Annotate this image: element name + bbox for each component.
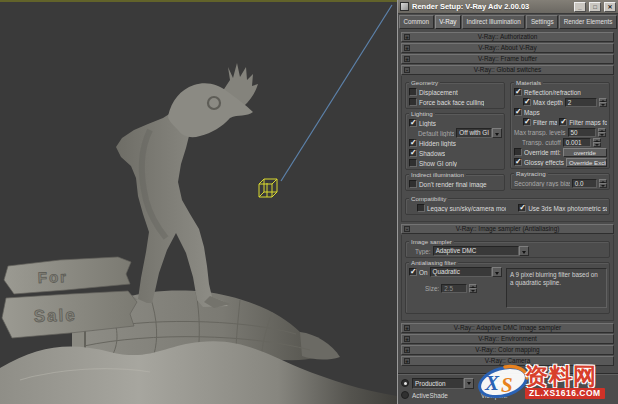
rollout-adaptive-dmc[interactable]: + V-Ray:: Adaptive DMC image sampler bbox=[401, 323, 614, 333]
chevron-down-icon[interactable] bbox=[519, 246, 529, 256]
screenshot-root: For Sale Render Setup: V-Ray Adv 2.00.03… bbox=[0, 0, 618, 404]
production-selector[interactable]: Production bbox=[412, 378, 474, 389]
secondary-rays-bias-field[interactable]: 0.0 bbox=[572, 179, 597, 188]
reflection-refraction-row[interactable]: Reflection/refraction bbox=[514, 87, 607, 97]
expand-icon[interactable]: + bbox=[404, 56, 410, 62]
spinner-down-button[interactable] bbox=[599, 183, 607, 188]
raytracing-group: Raytracing Secondary rays bias 0.0 bbox=[510, 173, 610, 190]
expand-icon[interactable]: + bbox=[404, 45, 410, 51]
expand-icon[interactable]: + bbox=[404, 325, 410, 331]
rollout-global-switches[interactable]: - V-Ray:: Global switches bbox=[401, 65, 614, 75]
maps-checkbox[interactable] bbox=[514, 108, 522, 116]
max-depth-row[interactable]: Max depth 2 bbox=[514, 97, 607, 107]
image-sampler-group: Image sampler Type: Adaptive DMC bbox=[405, 241, 610, 258]
chevron-down-icon[interactable] bbox=[492, 267, 502, 277]
rollout-title: V-Ray:: Global switches bbox=[474, 66, 541, 73]
close-button[interactable]: ✕ bbox=[604, 2, 616, 12]
sampler-type-row: Type: Adaptive DMC bbox=[409, 246, 607, 256]
glossy-effects-row[interactable]: Glossy effects Override Exclude... bbox=[514, 157, 607, 167]
tab-vray[interactable]: V-Ray bbox=[435, 15, 461, 29]
image-sampler-body: Image sampler Type: Adaptive DMC Antiali… bbox=[401, 235, 614, 321]
compatibility-group: Compatibility Legacy sun/sky/camera mode… bbox=[405, 198, 610, 215]
gs-left-column: Geometry Displacement Force back face cu… bbox=[404, 78, 506, 194]
max-transp-field[interactable]: 50 bbox=[568, 128, 596, 137]
reflection-refraction-checkbox[interactable] bbox=[514, 88, 522, 96]
displacement-row[interactable]: Displacement bbox=[409, 87, 502, 97]
expand-icon[interactable]: + bbox=[404, 358, 410, 364]
override-mtl-checkbox[interactable] bbox=[514, 148, 522, 156]
spinner-down-button[interactable] bbox=[469, 288, 477, 293]
checkbox-label: Filter maps bbox=[533, 119, 557, 126]
sampler-type-dropdown[interactable]: Adaptive DMC bbox=[433, 246, 529, 256]
show-gi-only-checkbox[interactable] bbox=[409, 159, 417, 167]
spinner-down-button[interactable] bbox=[593, 142, 601, 147]
max-depth-field[interactable]: 2 bbox=[565, 98, 597, 107]
dialog-titlebar[interactable]: Render Setup: V-Ray Adv 2.00.03 _ □ ✕ bbox=[398, 0, 618, 14]
force-back-face-checkbox[interactable] bbox=[409, 98, 417, 106]
filter-description: A 9 pixel blurring filter based on a qua… bbox=[506, 268, 607, 308]
rollout-title: V-Ray:: About V-Ray bbox=[478, 44, 536, 51]
sign-text-line1: For bbox=[38, 268, 69, 286]
shadows-checkbox[interactable] bbox=[409, 149, 417, 157]
checkbox-label: Displacement bbox=[419, 89, 458, 96]
tab-settings[interactable]: Settings bbox=[526, 15, 558, 29]
legacy-sun-sky-checkbox[interactable] bbox=[417, 204, 425, 212]
tab-indirect-illumination[interactable]: Indirect Illumination bbox=[462, 15, 525, 29]
shadows-row[interactable]: Shadows bbox=[409, 148, 502, 158]
override-mtl-button[interactable]: override bbox=[563, 148, 607, 157]
tab-render-elements[interactable]: Render Elements bbox=[559, 15, 617, 29]
spinner-down-button[interactable] bbox=[598, 132, 606, 137]
filter-type-dropdown[interactable]: Quadratic bbox=[430, 267, 502, 277]
checkbox-label: Don't render final image bbox=[419, 181, 487, 188]
activeshade-radio[interactable] bbox=[401, 391, 409, 399]
filter-on-checkbox[interactable] bbox=[409, 268, 417, 276]
hidden-lights-row[interactable]: Hidden lights bbox=[409, 138, 502, 148]
filter-maps-row[interactable]: Filter maps Filter maps for GI bbox=[514, 117, 607, 127]
production-radio[interactable] bbox=[401, 379, 409, 387]
override-exclude-button[interactable]: Override Exclude... bbox=[566, 158, 607, 167]
minimize-button[interactable]: _ bbox=[574, 2, 586, 12]
collapse-icon[interactable]: - bbox=[404, 67, 410, 73]
spinner-down-button[interactable] bbox=[599, 102, 607, 107]
tab-common[interactable]: Common bbox=[399, 15, 434, 29]
override-mtl-row[interactable]: Override mtl: override bbox=[514, 147, 607, 157]
filter-maps-gi-checkbox[interactable] bbox=[559, 118, 567, 126]
default-lights-dropdown[interactable]: Off with GI bbox=[456, 128, 502, 138]
maximize-button[interactable]: □ bbox=[589, 2, 601, 12]
glossy-effects-checkbox[interactable] bbox=[514, 158, 522, 166]
checkbox-label: Shadows bbox=[419, 150, 445, 157]
filter-maps-checkbox[interactable] bbox=[523, 118, 531, 126]
rollout-authorization[interactable]: + V-Ray:: Authorization bbox=[401, 32, 614, 42]
max-depth-checkbox[interactable] bbox=[523, 98, 531, 106]
dialog-tabs: Common V-Ray Indirect Illumination Setti… bbox=[398, 14, 618, 29]
dont-render-final-row[interactable]: Don't render final image bbox=[409, 179, 502, 189]
expand-icon[interactable]: + bbox=[404, 336, 410, 342]
hidden-lights-checkbox[interactable] bbox=[409, 139, 417, 147]
dont-render-final-checkbox[interactable] bbox=[409, 180, 417, 188]
expand-icon[interactable]: + bbox=[404, 347, 410, 353]
rollout-frame-buffer[interactable]: + V-Ray:: Frame buffer bbox=[401, 54, 614, 64]
rollout-color-mapping[interactable]: + V-Ray:: Color mapping bbox=[401, 345, 614, 355]
show-gi-only-row[interactable]: Show GI only bbox=[409, 158, 502, 168]
indirect-illumination-group: Indirect illumination Don't render final… bbox=[405, 174, 505, 191]
geometry-group: Geometry Displacement Force back face cu… bbox=[405, 82, 505, 109]
field-label: Max transp. levels bbox=[514, 129, 566, 136]
3d-viewport[interactable]: For Sale bbox=[0, 0, 397, 404]
rollout-title: V-Ray:: Authorization bbox=[478, 33, 538, 40]
force-back-face-row[interactable]: Force back face culling bbox=[409, 97, 502, 107]
chevron-down-icon[interactable] bbox=[464, 378, 474, 389]
photometric-scale-checkbox[interactable] bbox=[518, 204, 526, 212]
rollout-about-vray[interactable]: + V-Ray:: About V-Ray bbox=[401, 43, 614, 53]
maps-row[interactable]: Maps bbox=[514, 107, 607, 117]
chevron-down-icon[interactable] bbox=[492, 128, 502, 138]
rollout-title: V-Ray:: Image sampler (Antialiasing) bbox=[456, 225, 560, 232]
rollout-environment[interactable]: + V-Ray:: Environment bbox=[401, 334, 614, 344]
lights-row[interactable]: Lights bbox=[409, 118, 502, 128]
transp-cutoff-field[interactable]: 0.001 bbox=[563, 138, 591, 147]
expand-icon[interactable]: + bbox=[404, 34, 410, 40]
collapse-icon[interactable]: - bbox=[404, 226, 410, 232]
lights-checkbox[interactable] bbox=[409, 119, 417, 127]
activeshade-label: ActiveShade bbox=[412, 392, 448, 399]
rollout-image-sampler[interactable]: - V-Ray:: Image sampler (Antialiasing) bbox=[401, 224, 614, 234]
displacement-checkbox[interactable] bbox=[409, 88, 417, 96]
